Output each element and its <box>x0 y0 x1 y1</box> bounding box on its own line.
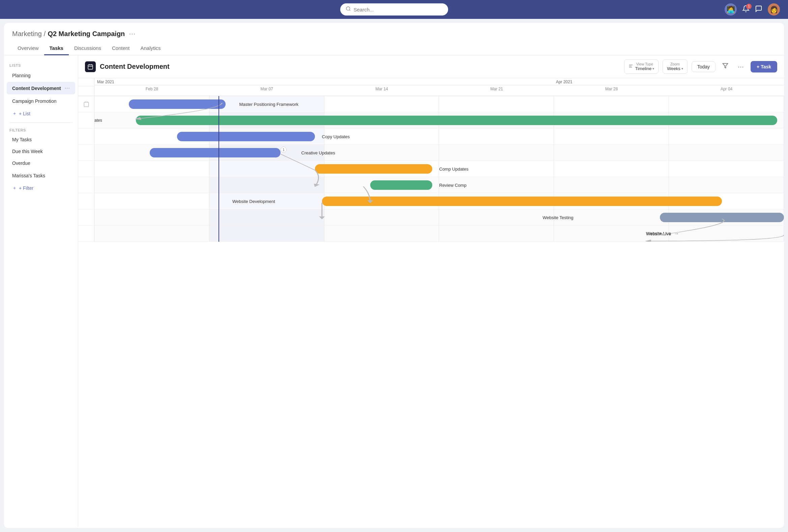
timeline-row-1: ates <box>94 112 784 129</box>
chevron-down-icon: ▾ <box>652 67 654 71</box>
task-bar-creative-updates[interactable] <box>150 148 281 157</box>
website-live-label: Website Live <box>646 231 671 236</box>
profile-avatar[interactable]: 👩 <box>768 3 780 16</box>
task-label-website-testing-prefix: Website Testing <box>543 215 573 220</box>
sidebar-divider <box>9 122 73 123</box>
breadcrumb-parent[interactable]: Marketing <box>12 30 42 38</box>
timeline-row-4: Comp Updates <box>94 161 784 177</box>
breadcrumb-more-button[interactable]: ⋯ <box>129 29 136 38</box>
timeline-row-5: Review Comp <box>94 177 784 193</box>
add-list-button[interactable]: ＋ + List <box>7 107 75 120</box>
timeline-row-6: Website Development <box>94 193 784 209</box>
row-label-0 <box>78 96 94 112</box>
week-0: Feb 28 <box>94 85 210 93</box>
sidebar-filter-marissas-tasks[interactable]: Marissa's Tasks ⋯ <box>7 169 75 182</box>
add-task-button[interactable]: + Task <box>751 61 777 73</box>
svg-rect-2 <box>88 65 93 70</box>
task-bar-updates[interactable] <box>136 116 777 125</box>
current-date-line <box>218 96 219 242</box>
row-label-4 <box>78 161 94 177</box>
plus-filter-icon: ＋ <box>12 185 17 191</box>
content-dev-more-icon[interactable]: ⋯ <box>64 85 70 91</box>
chat-button[interactable] <box>755 5 762 14</box>
view-type-icon <box>629 64 633 70</box>
month-mar: Mar 2021 <box>94 80 553 84</box>
sidebar-filter-due-this-week[interactable]: Due this Week <box>7 146 75 157</box>
website-live-area: Website Live → <box>646 231 679 237</box>
tab-analytics[interactable]: Analytics <box>135 42 166 55</box>
timeline-body: Master Positioning Framework ates <box>78 96 784 242</box>
week-labels: Feb 28 Mar 07 Mar 14 Mar 21 Mar 28 Apr 0… <box>94 85 784 93</box>
timeline-row-2: Copy Updates <box>94 129 784 145</box>
month-apr: Apr 2021 <box>553 80 784 84</box>
notif-badge: 1 <box>746 4 752 9</box>
week-1: Mar 07 <box>210 85 324 93</box>
app-header: 🧑‍💻 1 👩 <box>0 0 788 19</box>
svg-point-0 <box>346 7 350 11</box>
timeline-row-7: Website Testing <box>94 209 784 225</box>
breadcrumb-current: Q2 Marketing Campaign <box>47 30 125 38</box>
week-3: Mar 21 <box>439 85 554 93</box>
sidebar-item-content-development[interactable]: Content Development ⋯ <box>7 82 75 94</box>
breadcrumb: Marketing / Q2 Marketing Campaign ⋯ <box>4 23 784 38</box>
sidebar-item-campaign-promotion[interactable]: Campaign Promotion ⋯ <box>7 95 75 107</box>
svg-rect-10 <box>84 102 89 107</box>
task-bar-master-positioning[interactable] <box>129 99 225 109</box>
header-right: 🧑‍💻 1 👩 <box>725 3 780 16</box>
timeline-area[interactable]: Mar 2021 Apr 2021 Feb 28 Mar 07 Mar 14 M… <box>78 78 784 527</box>
task-label-creative-updates: Creative Updates <box>301 150 335 155</box>
task-bar-copy-updates[interactable] <box>177 132 315 141</box>
timeline-grid: Master Positioning Framework ates <box>94 96 784 242</box>
search-bar[interactable] <box>340 3 448 16</box>
timeline-header: Mar 2021 Apr 2021 Feb 28 Mar 07 Mar 14 M… <box>78 78 784 96</box>
zoom-button[interactable]: Zoom Weeks ▾ <box>663 59 688 74</box>
toolbar-more-button[interactable]: ⋯ <box>735 62 747 72</box>
task-bar-website-testing[interactable] <box>660 213 784 222</box>
week-2: Mar 14 <box>324 85 439 93</box>
search-icon <box>346 6 351 13</box>
task-label-updates: ates <box>94 118 102 123</box>
sidebar-item-planning[interactable]: Planning ⋯ <box>7 69 75 82</box>
user-avatar-1[interactable]: 🧑‍💻 <box>725 3 737 16</box>
plus-list-icon: ＋ <box>12 111 17 117</box>
tab-content[interactable]: Content <box>106 42 135 55</box>
main-wrapper: Marketing / Q2 Marketing Campaign ⋯ Over… <box>4 23 784 528</box>
task-bar-comp-updates[interactable] <box>315 164 432 174</box>
task-label-master-positioning: Master Positioning Framework <box>239 101 298 106</box>
sidebar: LISTS Planning ⋯ Content Development ⋯ C… <box>4 55 78 527</box>
filter-button[interactable] <box>720 61 731 72</box>
row-label-2 <box>78 129 94 145</box>
search-input[interactable] <box>354 7 443 13</box>
svg-marker-9 <box>723 63 728 68</box>
row-label-3 <box>78 145 94 161</box>
sidebar-filter-overdue[interactable]: Overdue <box>7 157 75 169</box>
today-button[interactable]: Today <box>692 61 715 72</box>
view-type-button[interactable]: View Type Timeline ▾ <box>624 59 659 74</box>
row-label-1 <box>78 112 94 129</box>
task-bar-review-comp[interactable] <box>370 180 432 190</box>
task-badge: 1 <box>280 147 287 153</box>
notifications-button[interactable]: 1 <box>742 5 750 14</box>
task-label-copy-updates: Copy Updates <box>322 134 350 139</box>
tab-tasks[interactable]: Tasks <box>44 42 69 55</box>
row-label-7 <box>78 209 94 225</box>
task-bar-website-development[interactable] <box>322 197 722 206</box>
add-filter-button[interactable]: ＋ + Filter <box>7 182 75 194</box>
row-label-6 <box>78 193 94 209</box>
task-label-review-comp: Review Comp <box>439 182 467 188</box>
row-label-spacer <box>78 78 94 96</box>
timeline-row-0: Master Positioning Framework <box>94 96 784 112</box>
main-panel: Content Development View Type Timeline ▾ <box>78 55 784 527</box>
sidebar-filter-my-tasks[interactable]: My Tasks <box>7 134 75 145</box>
tab-overview[interactable]: Overview <box>12 42 44 55</box>
timeline-icon <box>85 61 96 72</box>
timeline-title: Content Development <box>100 63 620 71</box>
arrow-right-icon: → <box>674 231 679 237</box>
tab-discussions[interactable]: Discussions <box>69 42 106 55</box>
dates-header: Mar 2021 Apr 2021 Feb 28 Mar 07 Mar 14 M… <box>94 78 784 96</box>
week-5: Apr 04 <box>669 85 784 93</box>
filters-label: FILTERS <box>4 125 78 134</box>
week-4: Mar 28 <box>554 85 669 93</box>
timeline-row-3: 1 Creative Updates <box>94 145 784 161</box>
content-area: LISTS Planning ⋯ Content Development ⋯ C… <box>4 55 784 527</box>
